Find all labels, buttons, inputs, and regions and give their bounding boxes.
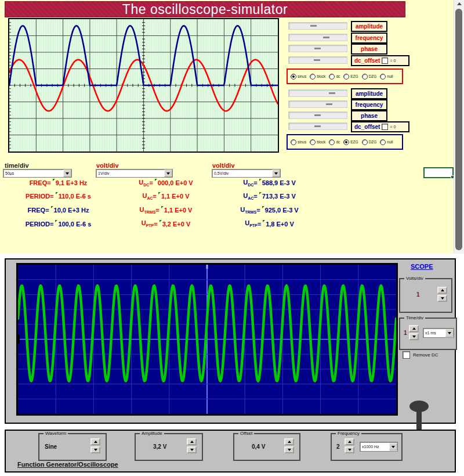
radio-circle-icon[interactable] bbox=[310, 74, 316, 80]
frequency-button[interactable]: frequency bbox=[351, 99, 387, 110]
frequency-group: Frequency 2 x1000 Hz bbox=[331, 433, 403, 461]
time-div-spinner[interactable] bbox=[409, 325, 419, 340]
spin-down-icon[interactable] bbox=[90, 446, 100, 453]
spin-down-icon[interactable] bbox=[437, 295, 447, 302]
frequency-spinner[interactable] bbox=[345, 438, 354, 453]
frequency-unit-select[interactable]: x1000 Hz bbox=[360, 442, 398, 452]
radio-circle-icon[interactable] bbox=[291, 74, 296, 80]
slider-thumb[interactable] bbox=[314, 48, 321, 49]
amplitude-slider[interactable] bbox=[288, 22, 347, 30]
slider-thumb[interactable] bbox=[314, 59, 320, 61]
radio-EZG[interactable]: EZG bbox=[343, 74, 358, 80]
radio-DZG[interactable]: DZG bbox=[362, 139, 377, 145]
radio-circle-icon[interactable] bbox=[329, 139, 335, 145]
slider-thumb[interactable] bbox=[314, 114, 321, 116]
radio-label: EZG bbox=[350, 140, 358, 144]
dc-zero-checkbox[interactable] bbox=[382, 57, 388, 64]
dc_offset-button[interactable]: dc_offset= 0 bbox=[351, 121, 409, 132]
time-div-unit-select[interactable]: x1 ms bbox=[423, 328, 454, 338]
radio-sinus[interactable]: sinus bbox=[291, 139, 306, 145]
readout-label: UTRMS bbox=[140, 206, 156, 214]
radio-circle-icon[interactable] bbox=[310, 139, 316, 145]
radio-null[interactable]: null bbox=[380, 74, 393, 80]
radio-circle-icon[interactable] bbox=[343, 139, 349, 145]
readout-label: UDC bbox=[243, 179, 253, 187]
dropdown-arrow-icon[interactable] bbox=[445, 329, 454, 337]
vertical-scrollbar[interactable] bbox=[454, 0, 464, 254]
channel1-voltage-readouts: UDC =000,0 E+0 VUAC =1,1 E+0 VUTRMS =1,1… bbox=[114, 176, 218, 230]
dropdown-arrow-icon[interactable] bbox=[389, 443, 397, 450]
readout-row: UTRMS =925,0 E-3 V bbox=[216, 203, 323, 217]
volts-div-spinner[interactable] bbox=[437, 287, 447, 302]
radio-EZG[interactable]: EZG bbox=[343, 139, 358, 145]
amplitude-button[interactable]: amplitude bbox=[351, 88, 387, 99]
readout-label: UAC bbox=[142, 192, 153, 200]
slider-thumb[interactable] bbox=[323, 37, 329, 38]
spin-up-icon[interactable] bbox=[409, 325, 419, 332]
dc_offset-slider[interactable] bbox=[288, 122, 347, 130]
slider-thumb[interactable] bbox=[314, 125, 321, 127]
button-label: phase bbox=[361, 113, 378, 119]
radio-circle-icon[interactable] bbox=[343, 74, 349, 80]
spin-up-icon[interactable] bbox=[90, 438, 100, 445]
equals-sign: = bbox=[50, 193, 53, 200]
volt-div-2-label: volt/div bbox=[212, 162, 235, 169]
slider-thumb[interactable] bbox=[310, 25, 317, 27]
readout-value: 110,0 E-6 s bbox=[59, 193, 91, 200]
radio-DZG[interactable]: DZG bbox=[362, 74, 377, 80]
dc_offset-slider[interactable] bbox=[288, 56, 347, 64]
remove-dc-checkbox[interactable] bbox=[403, 351, 410, 359]
excel-marker-icon bbox=[160, 220, 162, 222]
radio-circle-icon[interactable] bbox=[329, 74, 335, 80]
readout-row: PERIOD =110,0 E-6 s bbox=[5, 190, 112, 204]
remove-dc-row: Remove DC bbox=[403, 351, 438, 359]
amplitude-button[interactable]: amplitude bbox=[351, 21, 387, 32]
equals-sign: = bbox=[50, 221, 53, 228]
phase-slider[interactable] bbox=[288, 45, 347, 52]
radio-null[interactable]: null bbox=[380, 139, 393, 145]
radio-block[interactable]: block bbox=[310, 74, 325, 80]
spin-up-icon[interactable] bbox=[187, 438, 197, 445]
readout-value: 3,2 E+0 V bbox=[162, 221, 191, 228]
slider-thumb[interactable] bbox=[326, 103, 332, 105]
spin-down-icon[interactable] bbox=[409, 333, 419, 340]
spin-down-icon[interactable] bbox=[345, 446, 354, 453]
scope-link[interactable]: SCOPE bbox=[411, 263, 433, 270]
equals-sign: = bbox=[253, 179, 257, 186]
spin-down-icon[interactable] bbox=[187, 446, 197, 453]
spin-down-icon[interactable] bbox=[284, 446, 294, 453]
dc_offset-button[interactable]: dc_offset= 0 bbox=[351, 55, 409, 66]
phase-slider[interactable] bbox=[288, 111, 347, 119]
spin-up-icon[interactable] bbox=[437, 287, 447, 294]
phase-button[interactable]: phase bbox=[351, 44, 387, 55]
radio-label: EZG bbox=[350, 74, 358, 78]
scrollbar-thumb[interactable] bbox=[455, 9, 462, 250]
spin-up-icon[interactable] bbox=[284, 438, 294, 445]
amplitude-slider[interactable] bbox=[288, 89, 347, 97]
readout-row: UPTP =1,8 E+0 V bbox=[216, 217, 323, 231]
offset-spinner[interactable] bbox=[284, 438, 294, 453]
radio-circle-icon[interactable] bbox=[291, 139, 296, 145]
radio-circle-icon[interactable] bbox=[380, 139, 386, 145]
readout-value: 1,1 E+0 V bbox=[164, 207, 193, 214]
scroll-up-icon[interactable] bbox=[454, 0, 464, 8]
spin-up-icon[interactable] bbox=[345, 438, 354, 445]
dc-zero-checkbox[interactable] bbox=[382, 124, 388, 130]
phase-button[interactable]: phase bbox=[351, 110, 387, 121]
amplitude-spinner[interactable] bbox=[187, 438, 197, 453]
radio-circle-icon[interactable] bbox=[380, 74, 386, 80]
radio-sinus[interactable]: sinus bbox=[291, 74, 306, 80]
readout-label: UTRMS bbox=[240, 206, 256, 214]
waveform-spinner[interactable] bbox=[90, 438, 100, 453]
excel-selected-cell[interactable] bbox=[423, 167, 454, 178]
radio-circle-icon[interactable] bbox=[362, 74, 368, 80]
frequency-slider[interactable] bbox=[288, 100, 347, 108]
radio-label: dc bbox=[336, 74, 340, 78]
radio-dc[interactable]: dc bbox=[329, 139, 340, 145]
frequency-slider[interactable] bbox=[288, 34, 347, 41]
radio-dc[interactable]: dc bbox=[329, 74, 340, 80]
radio-circle-icon[interactable] bbox=[362, 139, 368, 145]
radio-block[interactable]: block bbox=[310, 139, 325, 145]
frequency-button[interactable]: frequency bbox=[351, 33, 387, 44]
slider-thumb[interactable] bbox=[329, 92, 335, 94]
